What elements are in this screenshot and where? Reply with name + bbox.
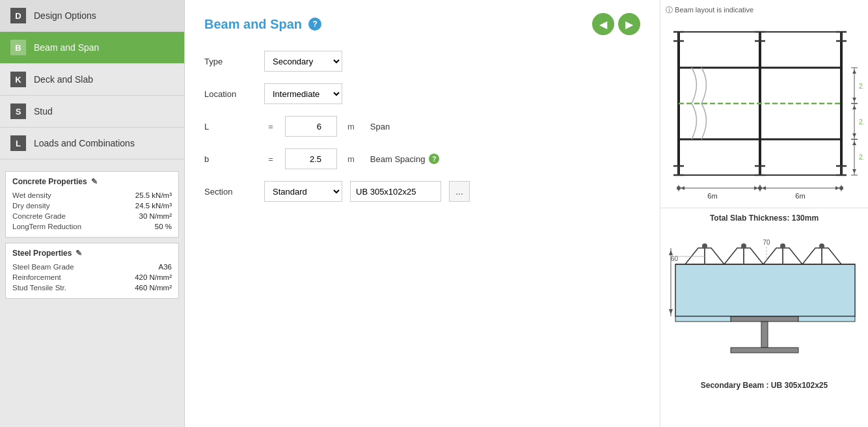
prop-value: 24.5 kN/m³ [116,200,172,211]
nav-buttons: ◀ ▶ [592,13,640,35]
location-label: Location [204,89,256,99]
svg-text:6m: 6m [707,192,717,200]
sidebar-item-loads[interactable]: L Loads and Combinations [0,128,184,159]
prop-value: 420 N/mm² [112,272,172,282]
svg-rect-78 [675,316,731,322]
b-desc: Beam Spacing ? [370,154,440,164]
sidebar-label-stud: Stud [34,106,53,117]
bottom-caption: Secondary Beam : UB 305x102x25 [666,377,863,394]
svg-point-66 [702,243,707,249]
beam-spacing-input[interactable] [285,148,337,169]
b-equals: = [264,154,277,164]
diagram-note: ⓘ Beam layout is indicative [666,5,863,15]
sidebar-letter-s: S [10,103,26,119]
sidebar-item-stud[interactable]: S Stud [0,96,184,128]
svg-point-49 [677,186,681,190]
prop-value: 30 N/mm² [116,211,172,221]
prop-value: 460 N/mm² [112,282,172,293]
b-label: b [204,154,256,164]
concrete-properties-panel: Concrete Properties ✎ Wet density 25.5 k… [5,171,179,238]
span-input[interactable] [285,116,337,137]
span-unit: m [347,122,355,131]
concrete-edit-icon[interactable]: ✎ [91,177,98,186]
top-diagram-box: ⓘ Beam layout is indicative [660,0,868,208]
svg-rect-73 [731,316,798,322]
section-value-input[interactable] [350,181,441,202]
concrete-properties-title: Concrete Properties ✎ [12,177,172,186]
prop-name: Wet density [12,190,116,200]
table-row: Reinforcement 420 N/mm² [12,272,172,282]
sidebar-letter-k: K [10,72,26,87]
location-row: Location Intermediate End [204,83,640,104]
section-browse-button[interactable]: ... [449,181,470,202]
table-row: Dry density 24.5 kN/m³ [12,200,172,211]
nav-back-button[interactable]: ◀ [592,13,614,35]
sidebar-item-design-options[interactable]: D Design Options [0,0,184,32]
svg-text:70: 70 [763,239,770,246]
beam-spacing-row: b = m Beam Spacing ? [204,148,640,169]
svg-point-70 [780,243,785,249]
svg-rect-74 [761,322,768,348]
sidebar-item-beam-and-span[interactable]: B Beam and Span [0,32,184,64]
sidebar-label-loads: Loads and Combinations [34,138,135,148]
prop-name: Concrete Grade [12,211,116,221]
section-type-select[interactable]: Standard Custom [264,181,342,202]
sidebar: D Design Options B Beam and Span K Deck … [0,0,185,427]
right-panel: ⓘ Beam layout is indicative [660,0,868,427]
svg-text:2.5: 2.5 [859,154,863,161]
prop-value: A36 [112,262,172,272]
svg-rect-79 [798,316,855,322]
svg-text:2.5: 2.5 [859,83,863,90]
svg-rect-75 [731,348,798,353]
steel-edit-icon[interactable]: ✎ [75,249,82,258]
nav-forward-button[interactable]: ▶ [618,13,640,35]
span-row: L = m Span [204,116,640,137]
form-area: Beam and Span ? ◀ ▶ Type Secondary Prima… [185,0,660,427]
page-title: Beam and Span [204,17,302,32]
svg-point-57 [839,186,843,190]
type-select[interactable]: Secondary Primary Edge [264,51,342,72]
beam-layout-diagram: 2.5 2.5 2.5 [666,19,863,208]
steel-properties-panel: Steel Properties ✎ Steel Beam Grade A36 … [5,243,179,299]
type-label: Type [204,57,256,66]
sidebar-label-deck-and-slab: Deck and Slab [34,74,93,85]
slab-section-diagram: 70 60 [666,225,863,375]
b-unit: m [347,154,355,164]
svg-marker-85 [669,250,673,255]
prop-name: Dry density [12,200,116,211]
svg-marker-86 [669,309,673,314]
svg-text:6m: 6m [795,192,805,200]
location-select[interactable]: Intermediate End [264,83,342,104]
section-row: Section Standard Custom ... [204,181,640,202]
sidebar-letter-l: L [10,135,26,151]
span-desc: Span [370,122,390,131]
svg-point-72 [819,243,824,249]
prop-value: 50 % [116,221,172,232]
table-row: Stud Tensile Str. 460 N/mm² [12,282,172,293]
steel-properties-table: Steel Beam Grade A36 Reinforcement 420 N… [12,262,172,293]
svg-rect-59 [675,264,855,316]
help-icon[interactable]: ? [308,18,321,31]
page-header: Beam and Span ? ◀ ▶ [204,13,640,35]
table-row: Wet density 25.5 kN/m³ [12,190,172,200]
l-equals: = [264,122,277,131]
beam-spacing-help-icon[interactable]: ? [429,154,439,164]
l-label: L [204,122,256,131]
sidebar-letter-b: B [10,40,26,55]
sidebar-label-beam-and-span: Beam and Span [34,42,99,53]
prop-name: LongTerm Reduction [12,221,116,232]
main-content: Beam and Span ? ◀ ▶ Type Secondary Prima… [185,0,868,427]
slab-thickness-label: Total Slab Thickness: 130mm [666,214,863,223]
prop-name: Reinforcement [12,272,112,282]
sidebar-letter-d: D [10,8,26,23]
steel-properties-title: Steel Properties ✎ [12,249,172,258]
prop-value: 25.5 kN/m³ [116,190,172,200]
type-row: Type Secondary Primary Edge [204,51,640,72]
page-title-area: Beam and Span ? [204,17,321,32]
table-row: LongTerm Reduction 50 % [12,221,172,232]
svg-point-68 [741,243,746,249]
section-label: Section [204,187,256,197]
prop-name: Steel Beam Grade [12,262,112,272]
sidebar-item-deck-and-slab[interactable]: K Deck and Slab [0,64,184,96]
svg-text:2.5: 2.5 [859,118,863,126]
